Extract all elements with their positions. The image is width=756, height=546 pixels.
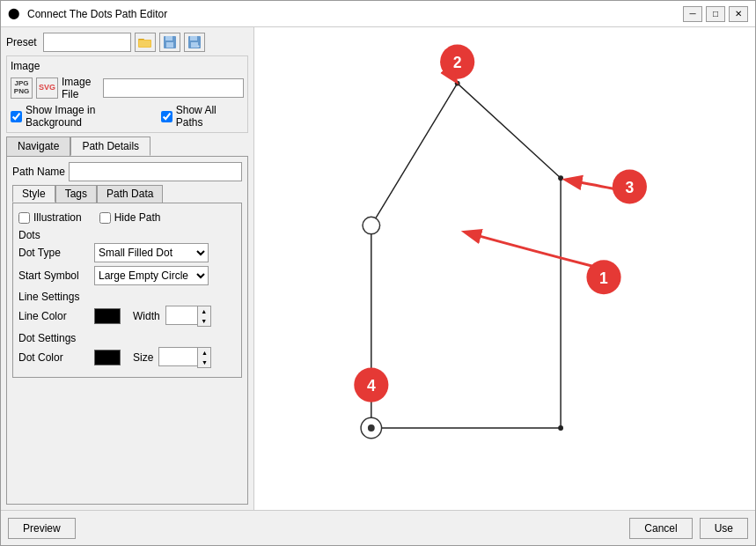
annotation-2-text: 2 [453,54,462,71]
subtab-row: Style Tags Path Data [12,185,242,203]
illustration-row: Illustration Hide Path [18,211,236,224]
title-bar: ⬤ Connect The Dots Path Editor ─ □ ✕ [1,1,755,27]
preview-button[interactable]: Preview [8,518,76,539]
tags-subtab[interactable]: Tags [55,185,97,203]
svg-text:+: + [197,43,201,48]
size-down-button[interactable]: ▼ [198,358,210,367]
dot-type-row: Dot Type Small Filled Dot Large Filled D… [18,243,236,262]
illustration-label: Illustration [33,211,82,224]
dot-type-select[interactable]: Small Filled Dot Large Filled Dot Small … [94,243,209,262]
image-section: Image JPG PNG SVG Image File Show Image … [6,55,248,133]
dots-label: Dots [18,229,236,241]
title-bar-controls: ─ □ ✕ [683,6,748,22]
dot-color-label: Dot Color [18,351,89,364]
line-color-swatch[interactable] [94,308,121,324]
use-button[interactable]: Use [700,518,748,539]
width-input[interactable]: 1 [165,306,197,325]
image-buttons-row: JPG PNG SVG Image File [11,76,244,100]
show-image-bg-checkbox[interactable] [11,111,22,122]
width-input-group: 1 ▲ ▼ [165,306,211,327]
canvas-area: 1 2 3 4 [254,27,755,510]
show-all-paths-checkbox[interactable] [161,111,172,122]
main-tabs-area: Navigate Path Details Path Name New Path… [6,136,248,505]
node-5-inner [368,424,375,432]
path-name-input[interactable]: New Path [69,162,242,181]
start-symbol-label: Start Symbol [18,269,89,282]
image-section-title: Image [11,60,244,72]
node-4 [558,425,563,431]
svg-button[interactable]: SVG [36,77,58,99]
title-text: Connect The Dots Path Editor [27,8,167,20]
save-as-preset-button[interactable]: + [184,33,205,52]
bottom-right-buttons: Cancel Use [629,518,748,539]
style-content: Illustration Hide Path Dots Dot Type Sma… [12,203,242,378]
preset-row: Preset Preset1 [6,33,248,52]
start-node [363,217,380,234]
close-button[interactable]: ✕ [729,6,748,22]
navigate-tab[interactable]: Navigate [6,136,70,156]
show-image-bg-label: Show Image in Background [26,104,150,129]
bottom-bar: Preview Cancel Use [1,510,755,545]
title-bar-left: ⬤ Connect The Dots Path Editor [8,7,167,21]
annotation-3-text: 3 [625,179,634,196]
image-checkboxes-row: Show Image in Background Show All Paths [11,104,244,129]
width-spin-buttons: ▲ ▼ [197,306,211,327]
svg-rect-5 [166,42,173,48]
line-color-row: Line Color Width 1 ▲ ▼ [18,306,236,327]
folder-icon [138,36,152,48]
node-2 [455,81,460,86]
line-color-label: Line Color [18,310,89,322]
canvas-svg: 1 2 3 4 [254,27,755,510]
size-label: Size [133,351,153,364]
open-preset-button[interactable] [135,33,156,52]
line-settings-label: Line Settings [18,291,236,303]
hide-path-checkbox[interactable] [99,212,111,224]
jpg-png-button[interactable]: JPG PNG [11,77,33,99]
cancel-button[interactable]: Cancel [629,518,692,539]
width-label: Width [133,310,160,322]
maximize-button[interactable]: □ [706,6,725,22]
app-icon: ⬤ [8,7,22,21]
main-content: Preset Preset1 [1,27,755,510]
dot-settings-label: Dot Settings [18,332,236,344]
dot-color-row: Dot Color Size 3.00 ▲ ▼ [18,347,236,368]
svg-rect-7 [190,36,197,41]
arrow-3 [567,180,617,189]
annotation-4-text: 4 [367,377,376,395]
left-panel: Preset Preset1 [1,27,254,510]
preset-label: Preset [6,36,40,48]
path-line [371,84,561,428]
dot-color-swatch[interactable] [94,350,121,365]
size-up-button[interactable]: ▲ [198,348,210,358]
path-name-row: Path Name New Path [12,162,242,181]
path-data-subtab[interactable]: Path Data [97,185,163,203]
width-up-button[interactable]: ▲ [198,306,210,316]
node-3 [558,175,563,181]
size-input[interactable]: 3.00 [158,347,197,366]
svg-rect-2 [139,41,150,47]
path-details-content: Path Name New Path Style Tags Path Data … [6,156,248,505]
main-tabs-row: Navigate Path Details [6,136,248,156]
width-down-button[interactable]: ▼ [198,316,210,326]
dot-type-label: Dot Type [18,247,89,259]
image-file-label: Image File [62,76,99,100]
hide-path-label: Hide Path [114,211,161,224]
save-preset-button[interactable] [159,33,180,52]
main-window: ⬤ Connect The Dots Path Editor ─ □ ✕ Pre… [0,0,756,546]
right-panel: 1 2 3 4 [254,27,755,510]
path-name-label: Path Name [12,166,65,178]
annotation-1-text: 1 [599,269,608,287]
size-spin-buttons: ▲ ▼ [197,347,211,368]
preset-input[interactable]: Preset1 [43,33,131,52]
start-symbol-select[interactable]: Large Empty Circle Small Filled Dot Larg… [94,266,209,285]
image-file-input[interactable] [103,78,244,98]
save-icon [164,36,176,48]
start-symbol-row: Start Symbol Large Empty Circle Small Fi… [18,266,236,285]
style-subtab[interactable]: Style [12,185,55,203]
minimize-button[interactable]: ─ [683,6,702,22]
path-details-tab[interactable]: Path Details [70,136,150,156]
save-as-icon: + [188,36,201,48]
size-input-group: 3.00 ▲ ▼ [158,347,211,368]
illustration-checkbox[interactable] [18,212,30,224]
svg-rect-4 [165,36,172,41]
